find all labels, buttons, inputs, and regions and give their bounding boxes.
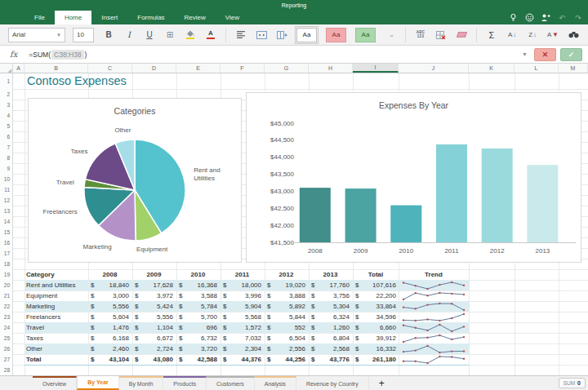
cell-value[interactable]: $6,168 <box>88 333 132 343</box>
quick-sum-badge[interactable]: SUM 0 <box>559 378 586 388</box>
cell-category[interactable]: Freelancers <box>24 312 88 322</box>
find-button[interactable] <box>568 28 579 42</box>
table-header-2012[interactable]: 2012 <box>265 269 309 280</box>
cell-value[interactable]: $34,596 <box>353 312 399 322</box>
row-header-19[interactable]: 19 <box>0 269 12 280</box>
cell-value[interactable]: $3,996 <box>220 290 265 301</box>
column-header-D[interactable]: D <box>132 64 176 73</box>
confirm-entry-button[interactable]: ✓ <box>560 48 582 61</box>
cell-value[interactable]: $2,568 <box>309 343 353 354</box>
cell-value[interactable]: $1,260 <box>309 322 353 333</box>
column-header-G[interactable]: G <box>265 64 309 73</box>
row-header-23[interactable]: 23 <box>0 312 12 322</box>
cell-value[interactable]: $5,784 <box>176 301 220 312</box>
sheet-tab-revenue-by-country[interactable]: Revenue by Country <box>296 376 369 390</box>
cell-value[interactable]: $2,556 <box>265 343 309 354</box>
ribbon-tab-view[interactable]: View <box>216 11 249 24</box>
insert-cells-button[interactable] <box>276 28 287 42</box>
sheet-tab-customers[interactable]: Customers <box>207 376 255 390</box>
filter-button[interactable]: A▼ <box>547 28 559 42</box>
sheet-tab-analysis[interactable]: Analysis <box>255 376 296 390</box>
cell-trend[interactable] <box>399 312 469 322</box>
column-header-I[interactable]: I <box>353 64 399 73</box>
select-all-button[interactable]: ◢ <box>0 64 13 73</box>
number-format-button[interactable]: ABC 123 <box>415 28 426 42</box>
pie-chart[interactable]: Categories Rent andUtilitiesEquipmentMar… <box>28 98 242 263</box>
cell-value[interactable]: $17,760 <box>309 280 353 290</box>
cell-category[interactable]: Taxes <box>24 333 88 343</box>
row-header-27[interactable]: 27 <box>0 354 12 365</box>
cell-value[interactable]: $44,256 <box>265 354 309 365</box>
cancel-entry-button[interactable]: ✕ <box>534 48 556 61</box>
row-header-3[interactable]: 3 <box>0 100 12 110</box>
cell-value[interactable]: $261,180 <box>353 354 399 365</box>
fill-color-button[interactable] <box>185 28 196 42</box>
row-header-22[interactable]: 22 <box>0 301 12 312</box>
row-header-8[interactable]: 8 <box>0 153 12 163</box>
clear-button[interactable] <box>456 28 467 42</box>
row-header-20[interactable]: 20 <box>0 280 12 290</box>
cell-value[interactable]: $5,700 <box>176 312 220 322</box>
cell-value[interactable]: $43,776 <box>309 354 353 365</box>
column-header-J[interactable]: J <box>399 64 469 73</box>
sheet-tab-by-year[interactable]: By Year <box>77 376 119 390</box>
bold-button[interactable]: B <box>103 28 114 42</box>
cell-value[interactable]: $18,000 <box>220 280 265 290</box>
cell-value[interactable]: $3,720 <box>176 343 220 354</box>
bar-chart[interactable]: Expenses By Year $45,000$44,500$44,000$4… <box>246 92 581 263</box>
feedback-smiley-icon[interactable] <box>524 13 534 23</box>
cell-value[interactable]: $6,804 <box>309 333 353 343</box>
ribbon-tab-formulas[interactable]: Formulas <box>127 11 174 24</box>
row-header-15[interactable]: 15 <box>0 227 12 237</box>
row-header-5[interactable]: 5 <box>0 121 12 131</box>
fx-icon[interactable]: fx <box>10 50 17 59</box>
row-header-17[interactable]: 17 <box>0 248 12 259</box>
cell-value[interactable]: $43,080 <box>132 354 176 365</box>
row-header-6[interactable]: 6 <box>0 131 12 142</box>
underline-button[interactable]: U <box>144 28 155 42</box>
italic-button[interactable]: I <box>123 28 135 42</box>
font-color-button[interactable]: A <box>205 28 216 42</box>
cell-value[interactable]: $2,304 <box>220 343 265 354</box>
cell-value[interactable]: $1,104 <box>132 322 176 333</box>
cell-value[interactable]: $42,588 <box>176 354 220 365</box>
merge-cells-button[interactable] <box>256 28 267 42</box>
cell-category[interactable]: Marketing <box>24 301 88 312</box>
row-header-25[interactable]: 25 <box>0 333 12 343</box>
cell-category[interactable]: Rent and Utilities <box>24 280 88 290</box>
delete-cells-button[interactable] <box>435 28 447 42</box>
cell-value[interactable]: $22,200 <box>353 290 399 301</box>
cell-category[interactable]: Travel <box>24 322 88 333</box>
share-icon[interactable] <box>541 13 550 23</box>
cell-value[interactable]: $5,568 <box>220 312 265 322</box>
row-header-26[interactable]: 26 <box>0 343 12 354</box>
cell-value[interactable]: $43,104 <box>88 354 132 365</box>
cell-value[interactable]: $5,892 <box>265 301 309 312</box>
ribbon-tab-home[interactable]: Home <box>55 11 91 24</box>
row-header-13[interactable]: 13 <box>0 206 12 216</box>
cell-value[interactable]: $5,304 <box>309 301 353 312</box>
cell-value[interactable]: $5,904 <box>220 301 265 312</box>
column-header-K[interactable]: K <box>469 64 514 73</box>
sort-ascending-button[interactable]: A↓ <box>506 28 518 42</box>
cell-value[interactable]: $39,912 <box>353 333 399 343</box>
cell-style-normal[interactable]: Aa <box>296 28 317 42</box>
cell-style-good[interactable]: Aa <box>355 28 376 42</box>
more-styles-button[interactable]: ⌄ <box>385 28 396 42</box>
table-header-2008[interactable]: 2008 <box>88 269 132 280</box>
sheet-title-cell[interactable]: Contoso Expenses <box>27 74 127 87</box>
table-header-2010[interactable]: 2010 <box>176 269 220 280</box>
cell-value[interactable]: $2,460 <box>88 343 132 354</box>
cell-trend[interactable] <box>399 333 469 343</box>
cell-value[interactable]: $696 <box>176 322 220 333</box>
font-name-select[interactable]: Arial▼ <box>8 28 65 42</box>
ribbon-tab-insert[interactable]: Insert <box>91 11 127 24</box>
sheet-tab-products[interactable]: Products <box>163 376 207 390</box>
cell-trend[interactable] <box>399 343 469 354</box>
cells-area[interactable]: Contoso Expenses Categories Rent andUtil… <box>13 73 588 375</box>
column-header-A[interactable]: A <box>13 64 24 73</box>
sheet-tab-by-month[interactable]: By Month <box>119 376 164 390</box>
row-header-12[interactable]: 12 <box>0 195 12 206</box>
cell-value[interactable]: $3,972 <box>132 290 176 301</box>
add-sheet-button[interactable]: + <box>369 376 394 390</box>
